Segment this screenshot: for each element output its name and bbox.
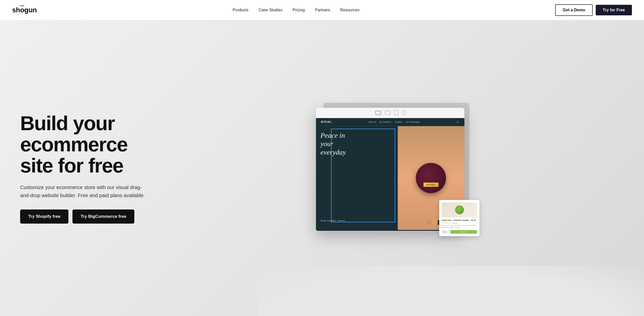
tablet-portrait-icon[interactable] <box>394 110 398 115</box>
browser-toolbar <box>316 108 464 118</box>
mockup-cart-icon: 🛒 <box>456 121 459 123</box>
mockup-shop-cta: Shop Candles <box>320 220 393 225</box>
mockup-nav: RITUAL Shop All By Collection Combos Our… <box>316 118 464 126</box>
browser-mockup-wrapper: RITUAL Shop All By Collection Combos Our… <box>316 103 472 234</box>
hero-stone-decoration <box>258 266 644 316</box>
hero-heading: Build your ecommerce site for free <box>20 113 146 176</box>
nav-links: Products Case Studies Pricing Partners R… <box>232 8 359 12</box>
product-card-image <box>442 202 477 218</box>
shopify-cta-button[interactable]: Try Shopify free <box>20 209 68 224</box>
hero-content: Build your ecommerce site for free Custo… <box>20 113 146 224</box>
try-button[interactable]: Try for Free <box>596 5 632 15</box>
product-card-overlay: Green tea + Jasmine Candle – 10 oz ★★★★★… <box>439 200 479 236</box>
nav-pricing[interactable]: Pricing <box>293 8 305 12</box>
hero-section: Build your ecommerce site for free Custo… <box>0 20 644 316</box>
hero-visual: RITUAL Shop All By Collection Combos Our… <box>156 103 632 234</box>
mockup-nav-links: Shop All By Collection Combos Our Philos… <box>369 121 420 123</box>
mockup-headline: Peace in your everyday <box>320 131 393 157</box>
hero-buttons: Try Shopify free Try BigCommerce free <box>20 209 146 224</box>
hero-subtext: Customize your ecommerce store with our … <box>20 183 146 199</box>
mockup-nav-combos: Combos <box>395 121 402 123</box>
add-to-cart-button[interactable]: Add to Cart <box>450 230 477 234</box>
nav-products[interactable]: Products <box>232 8 248 12</box>
small-candle <box>455 205 464 214</box>
desktop-icon[interactable] <box>375 111 381 115</box>
nav-partners[interactable]: Partners <box>315 8 330 12</box>
bigcommerce-cta-button[interactable]: Try BigCommerce free <box>72 209 134 224</box>
mobile-icon[interactable] <box>403 111 405 115</box>
product-stars: ★★★★★ 3 reviews <box>442 222 477 224</box>
mockup-shop-line <box>338 221 345 221</box>
mockup-nav-shop-all: Shop All <box>369 121 376 123</box>
nav-case-studies[interactable]: Case Studies <box>259 8 283 12</box>
demo-button[interactable]: Get a Demo <box>555 4 593 16</box>
product-name: Green tea + Jasmine Candle – 10 oz <box>442 219 477 221</box>
deco-sq-2 <box>432 220 437 225</box>
mockup-nav-collection: By Collection <box>379 121 391 123</box>
tablet-landscape-icon[interactable] <box>385 111 390 115</box>
mockup-nav-philosophy: Our Philosophy <box>406 121 420 123</box>
logo[interactable]: shogun <box>12 6 37 14</box>
nav-cta: Get a Demo Try for Free <box>555 4 632 16</box>
navbar: shogun Products Case Studies Pricing Par… <box>0 0 644 20</box>
mockup-logo: RITUAL <box>321 121 332 123</box>
candle-brand-label: RITUAL <box>424 183 438 187</box>
mockup-left-panel: Peace in your everyday Shop Candles <box>316 126 398 230</box>
product-actions: Qty: 1 Add to Cart <box>442 230 477 234</box>
candle-circle: RITUAL <box>416 163 446 193</box>
qty-input[interactable]: Qty: 1 <box>442 230 449 234</box>
deco-sq-1 <box>427 220 431 225</box>
nav-resources[interactable]: Resources <box>340 8 359 12</box>
product-description: A light, fresh scent. Perfect for all ye… <box>442 225 477 229</box>
